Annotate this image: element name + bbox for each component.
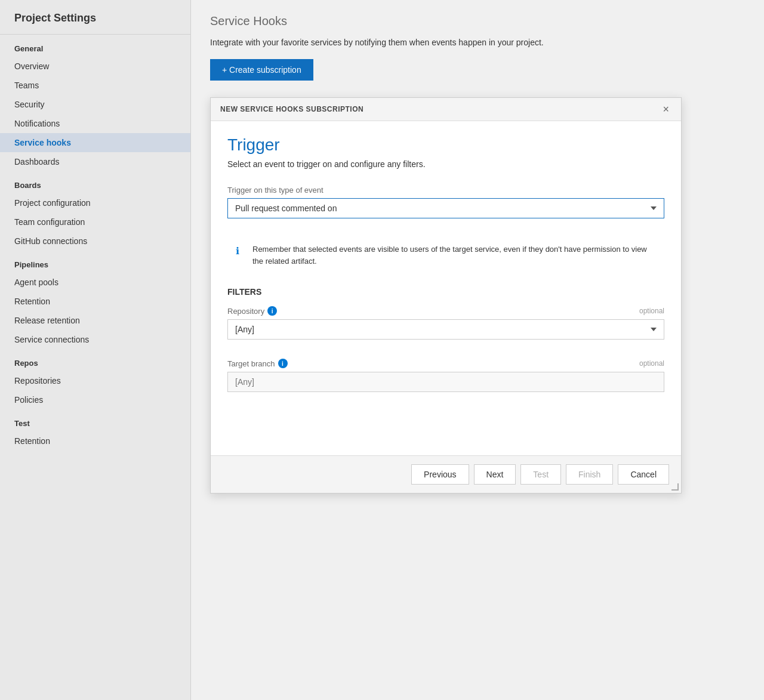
sidebar-section-general: GeneralOverviewTeamsSecurityNotification… bbox=[0, 35, 190, 171]
sidebar-item-release-retention[interactable]: Release retention bbox=[0, 311, 190, 330]
info-icon: ℹ bbox=[236, 244, 247, 267]
main-content: Service Hooks Integrate with your favori… bbox=[191, 0, 764, 700]
modal-header-title: NEW SERVICE HOOKS SUBSCRIPTION bbox=[220, 105, 363, 113]
page-description: Integrate with your favorite services by… bbox=[210, 38, 745, 47]
modal-trigger-title: Trigger bbox=[227, 135, 664, 155]
target-branch-field: Target branch i optional bbox=[227, 359, 664, 392]
repository-optional: optional bbox=[639, 307, 664, 315]
repository-info-icon[interactable]: i bbox=[267, 306, 277, 316]
sidebar-item-security[interactable]: Security bbox=[0, 95, 190, 114]
sidebar-item-overview[interactable]: Overview bbox=[0, 57, 190, 76]
modal-container: NEW SERVICE HOOKS SUBSCRIPTION × Trigger… bbox=[210, 97, 682, 494]
sidebar-item-policies[interactable]: Policies bbox=[0, 390, 190, 409]
sidebar-item-retention[interactable]: Retention bbox=[0, 292, 190, 311]
sidebar-section-label: Boards bbox=[0, 171, 190, 193]
sidebar-section-label: Pipelines bbox=[0, 251, 190, 273]
modal-trigger-description: Select an event to trigger on and config… bbox=[227, 159, 664, 169]
repository-select[interactable]: [Any] bbox=[227, 319, 664, 340]
resize-handle[interactable] bbox=[671, 483, 679, 491]
info-box: ℹ Remember that selected events are visi… bbox=[227, 238, 664, 273]
sidebar-item-retention-test[interactable]: Retention bbox=[0, 431, 190, 451]
page-title: Service Hooks bbox=[210, 14, 745, 28]
sidebar-item-agent-pools[interactable]: Agent pools bbox=[0, 273, 190, 292]
sidebar-section-repos: ReposRepositoriesPolicies bbox=[0, 349, 190, 409]
sidebar-section-label: Test bbox=[0, 409, 190, 431]
target-branch-info-icon[interactable]: i bbox=[278, 359, 288, 368]
sidebar-item-service-connections[interactable]: Service connections bbox=[0, 330, 190, 349]
sidebar-item-teams[interactable]: Teams bbox=[0, 76, 190, 95]
sidebar-section-label: Repos bbox=[0, 349, 190, 371]
event-type-select[interactable]: Pull request commented onPull request cr… bbox=[227, 198, 664, 218]
sidebar-item-team-configuration[interactable]: Team configuration bbox=[0, 212, 190, 232]
cancel-button[interactable]: Cancel bbox=[618, 464, 669, 485]
event-type-label: Trigger on this type of event bbox=[227, 186, 664, 195]
sidebar-item-dashboards[interactable]: Dashboards bbox=[0, 152, 190, 171]
target-branch-input[interactable] bbox=[227, 372, 664, 392]
target-branch-optional: optional bbox=[639, 359, 664, 368]
info-text: Remember that selected events are visibl… bbox=[252, 243, 656, 267]
target-branch-label: Target branch i bbox=[227, 359, 288, 368]
create-subscription-button[interactable]: + Create subscription bbox=[210, 59, 313, 81]
previous-button[interactable]: Previous bbox=[411, 464, 469, 485]
sidebar-section-test: TestRetention bbox=[0, 409, 190, 451]
sidebar-title: Project Settings bbox=[0, 0, 190, 35]
sidebar-item-notifications[interactable]: Notifications bbox=[0, 114, 190, 133]
sidebar-item-repositories[interactable]: Repositories bbox=[0, 371, 190, 390]
event-type-field: Trigger on this type of event Pull reque… bbox=[227, 186, 664, 228]
repository-label: Repository i bbox=[227, 306, 277, 316]
test-button[interactable]: Test bbox=[520, 464, 561, 485]
sidebar-item-github-connections[interactable]: GitHub connections bbox=[0, 232, 190, 251]
sidebar-section-label: General bbox=[0, 35, 190, 57]
finish-button[interactable]: Finish bbox=[566, 464, 613, 485]
sidebar-item-service-hooks[interactable]: Service hooks bbox=[0, 133, 190, 152]
next-button[interactable]: Next bbox=[474, 464, 516, 485]
repository-field: Repository i optional [Any] bbox=[227, 306, 664, 349]
modal-header: NEW SERVICE HOOKS SUBSCRIPTION × bbox=[211, 98, 681, 121]
modal-close-button[interactable]: × bbox=[660, 104, 671, 115]
sidebar-section-boards: BoardsProject configurationTeam configur… bbox=[0, 171, 190, 251]
filters-heading: FILTERS bbox=[227, 287, 664, 297]
modal-footer: Previous Next Test Finish Cancel bbox=[211, 455, 681, 493]
sidebar-section-pipelines: PipelinesAgent poolsRetentionRelease ret… bbox=[0, 251, 190, 349]
modal-body: Trigger Select an event to trigger on an… bbox=[211, 121, 681, 455]
sidebar-item-project-configuration[interactable]: Project configuration bbox=[0, 193, 190, 212]
sidebar: Project Settings GeneralOverviewTeamsSec… bbox=[0, 0, 191, 700]
